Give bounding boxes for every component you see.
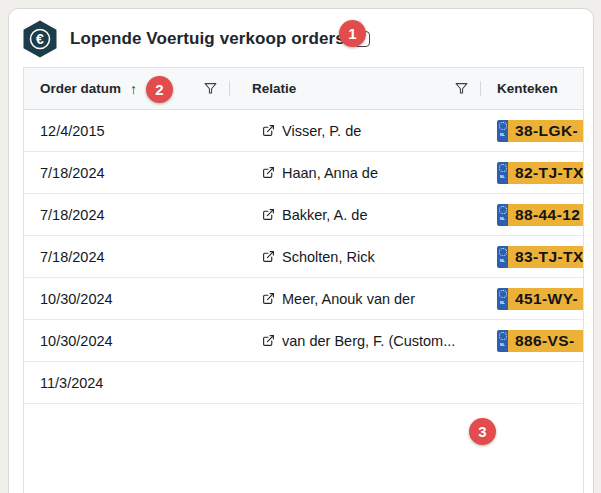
order-date: 7/18/2024 <box>40 165 105 181</box>
table-row[interactable]: 10/30/2024 van der Berg, F. (Custom... N… <box>24 320 583 362</box>
plate-country-code: NL <box>500 301 505 305</box>
eu-stars-icon <box>499 122 507 130</box>
svg-text:€: € <box>36 31 44 47</box>
external-link-icon <box>262 292 275 305</box>
order-date: 12/4/2015 <box>40 123 105 139</box>
table-header-row: Order datum ↑ Relatie Kenteken <box>24 68 583 110</box>
plate-number: 82-TJ-TX <box>508 162 584 184</box>
eu-stars-icon <box>499 332 507 340</box>
plate-eu-strip: NL <box>497 330 508 352</box>
eu-stars-icon <box>499 164 507 172</box>
table-row[interactable]: 7/18/2024 Haan, Anna de NL 82- <box>24 152 583 194</box>
eu-stars-icon <box>499 206 507 214</box>
order-date: 10/30/2024 <box>40 333 113 349</box>
order-date: 11/3/2024 <box>40 375 103 391</box>
relation-link[interactable]: van der Berg, F. (Custom... <box>262 333 455 349</box>
relation-link[interactable]: Visser, P. de <box>262 123 361 139</box>
table-body: 12/4/2015 Visser, P. de NL 38- <box>24 110 583 404</box>
vehicle-orders-card: € Lopende Voertuig verkoop orders i Orde… <box>8 8 594 493</box>
filter-icon[interactable] <box>455 82 468 95</box>
plate-eu-strip: NL <box>497 288 508 310</box>
table-row[interactable]: 7/18/2024 Bakker, A. de NL 88- <box>24 194 583 236</box>
orders-table: Order datum ↑ Relatie Kenteken 12/4/2015 <box>23 67 584 493</box>
plate-country-code: NL <box>500 175 505 179</box>
relation-link[interactable]: Scholten, Rick <box>262 249 375 265</box>
column-header-order-datum[interactable]: Order datum ↑ <box>24 68 230 109</box>
plate-country-code: NL <box>500 133 505 137</box>
relation-name: van der Berg, F. (Custom... <box>282 333 455 349</box>
license-plate: NL 38-LGK- <box>497 120 584 142</box>
plate-number: 83-TJ-TX <box>508 246 584 268</box>
plate-number: 451-WY- <box>508 288 584 310</box>
annotation-badge-3: 3 <box>469 418 496 445</box>
external-link-icon <box>262 250 275 263</box>
license-plate: NL 451-WY- <box>497 288 584 310</box>
plate-number: 88-44-12 <box>508 204 584 226</box>
plate-number: 886-VS- <box>508 330 584 352</box>
column-header-relatie[interactable]: Relatie <box>230 68 481 109</box>
plate-country-code: NL <box>500 217 505 221</box>
annotation-badge-1: 1 <box>339 20 366 47</box>
external-link-icon <box>262 208 275 221</box>
relation-link[interactable]: Haan, Anna de <box>262 165 378 181</box>
plate-eu-strip: NL <box>497 246 508 268</box>
sort-ascending-icon: ↑ <box>130 81 137 97</box>
order-date: 7/18/2024 <box>40 207 105 223</box>
plate-country-code: NL <box>500 259 505 263</box>
euro-hexagon-icon: € <box>23 20 57 58</box>
table-row[interactable]: 11/3/2024 NL <box>24 362 583 404</box>
license-plate: NL 88-44-12 <box>497 204 584 226</box>
relation-link[interactable]: Bakker, A. de <box>262 207 367 223</box>
column-label: Relatie <box>252 81 296 96</box>
relation-link[interactable]: Meer, Anouk van der <box>262 291 415 307</box>
eu-stars-icon <box>499 248 507 256</box>
table-row[interactable]: 10/30/2024 Meer, Anouk van der NL <box>24 278 583 320</box>
plate-number: 38-LGK- <box>508 120 584 142</box>
relation-name: Visser, P. de <box>282 123 361 139</box>
order-date: 10/30/2024 <box>40 291 113 307</box>
annotation-badge-2: 2 <box>146 76 173 103</box>
table-row[interactable]: 12/4/2015 Visser, P. de NL 38- <box>24 110 583 152</box>
license-plate: NL 886-VS- <box>497 330 584 352</box>
relation-name: Meer, Anouk van der <box>282 291 415 307</box>
plate-eu-strip: NL <box>497 162 508 184</box>
order-date: 7/18/2024 <box>40 249 105 265</box>
card-title: Lopende Voertuig verkoop orders <box>70 29 345 49</box>
plate-eu-strip: NL <box>497 204 508 226</box>
relation-name: Scholten, Rick <box>282 249 375 265</box>
external-link-icon <box>262 334 275 347</box>
relation-name: Bakker, A. de <box>282 207 367 223</box>
column-header-kenteken[interactable]: Kenteken <box>481 68 583 109</box>
license-plate: NL 83-TJ-TX <box>497 246 584 268</box>
card-header: € Lopende Voertuig verkoop orders i <box>9 9 593 67</box>
relation-name: Haan, Anna de <box>282 165 378 181</box>
plate-country-code: NL <box>500 343 505 347</box>
external-link-icon <box>262 124 275 137</box>
table-row[interactable]: 7/18/2024 Scholten, Rick NL 83 <box>24 236 583 278</box>
external-link-icon <box>262 166 275 179</box>
column-label: Order datum <box>40 81 121 96</box>
license-plate: NL 82-TJ-TX <box>497 162 584 184</box>
column-label: Kenteken <box>497 81 558 96</box>
filter-icon[interactable] <box>204 82 217 95</box>
eu-stars-icon <box>499 290 507 298</box>
plate-eu-strip: NL <box>497 120 508 142</box>
